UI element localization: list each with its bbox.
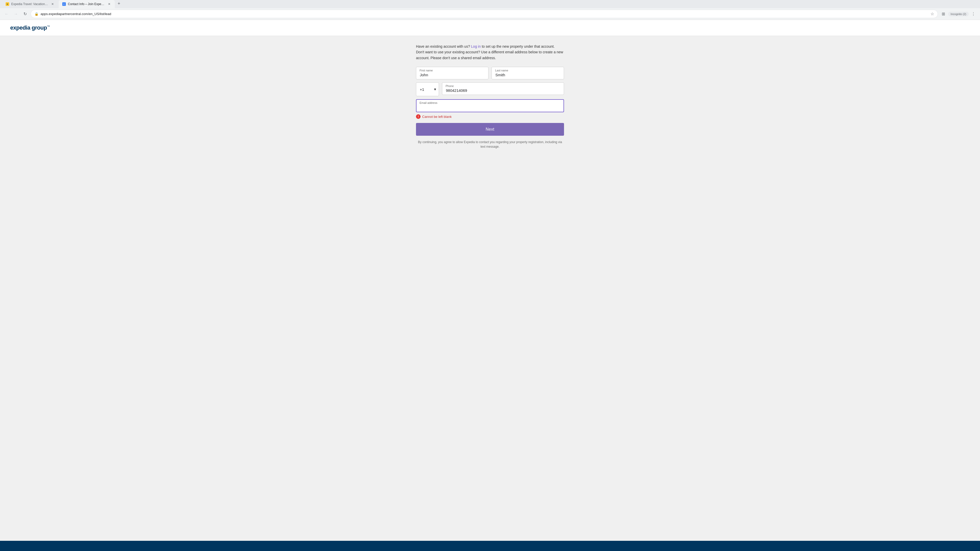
tab-contact-label: Contact Info – Join Expedia <box>68 2 105 6</box>
reload-button[interactable]: ↻ <box>21 11 29 17</box>
dropdown-chevron-icon: ▾ <box>434 87 436 92</box>
email-row: Email address <box>416 99 564 112</box>
page-footer <box>0 541 980 551</box>
main-area: Have an existing account with us? Log in… <box>0 36 980 541</box>
tab-expedia-label: Expedia Travel: Vacation Home... <box>11 2 48 6</box>
extensions-button[interactable]: ⊞ <box>940 11 947 17</box>
bookmark-icon[interactable]: ☆ <box>931 11 934 16</box>
last-name-field: Last name <box>492 67 564 79</box>
browser-chrome: E Expedia Travel: Vacation Home... ✕ C C… <box>0 0 980 20</box>
tab-expedia-close[interactable]: ✕ <box>51 2 55 6</box>
tab-expedia[interactable]: E Expedia Travel: Vacation Home... ✕ <box>2 0 58 8</box>
address-bar[interactable]: 🔒 apps.expediapartnercentral.com/en_US/l… <box>30 10 938 18</box>
tab-contact-close[interactable]: ✕ <box>107 2 111 6</box>
phone-country-selector[interactable]: +1 ▾ <box>416 83 439 96</box>
address-bar-row: ← → ↻ 🔒 apps.expediapartnercentral.com/e… <box>0 8 980 20</box>
phone-input[interactable] <box>442 83 564 95</box>
phone-row: +1 ▾ Phone <box>416 83 564 96</box>
name-row: First name Last name <box>416 67 564 79</box>
incognito-badge[interactable]: Incognito (2) <box>948 12 969 16</box>
browser-actions: ⊞ Incognito (2) ⋮ <box>940 11 977 17</box>
disclaimer-text: By continuing, you agree to allow Expedi… <box>416 140 564 149</box>
page-header: expedia group™ <box>0 20 980 36</box>
tab-bar: E Expedia Travel: Vacation Home... ✕ C C… <box>0 0 980 8</box>
logo: expedia group™ <box>10 24 970 31</box>
back-button[interactable]: ← <box>3 11 10 17</box>
tab-contact[interactable]: C Contact Info – Join Expedia ✕ <box>59 0 115 8</box>
forward-button[interactable]: → <box>12 11 19 17</box>
email-field: Email address <box>416 99 564 112</box>
intro-text: Have an existing account with us? Log in… <box>416 44 564 61</box>
address-text: apps.expediapartnercentral.com/en_US/lis… <box>41 12 928 16</box>
phone-field: Phone <box>442 83 564 96</box>
new-tab-button[interactable]: + <box>115 0 123 7</box>
logo-text: expedia group™ <box>10 24 50 31</box>
lock-icon: 🔒 <box>35 12 38 16</box>
error-message: ! Cannot be left blank <box>416 114 564 119</box>
email-input[interactable] <box>416 99 564 112</box>
first-name-field: First name <box>416 67 488 79</box>
menu-button[interactable]: ⋮ <box>970 11 977 17</box>
login-link[interactable]: Log in <box>471 44 481 48</box>
contact-favicon-icon: C <box>62 2 66 6</box>
first-name-input[interactable] <box>416 67 488 79</box>
next-button[interactable]: Next <box>416 123 564 136</box>
expedia-favicon-icon: E <box>6 2 9 6</box>
last-name-input[interactable] <box>492 67 564 79</box>
form-container: Have an existing account with us? Log in… <box>416 44 564 533</box>
page-content: expedia group™ Have an existing account … <box>0 20 980 551</box>
error-icon: ! <box>416 114 421 119</box>
error-text: Cannot be left blank <box>422 115 452 119</box>
phone-country-display[interactable]: +1 ▾ <box>416 83 439 96</box>
